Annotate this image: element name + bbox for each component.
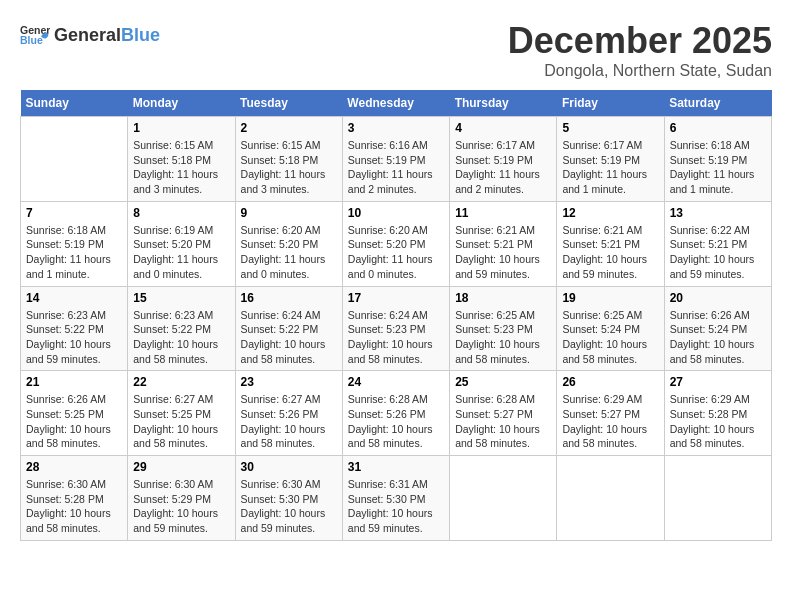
calendar-cell: 19Sunrise: 6:25 AM Sunset: 5:24 PM Dayli… — [557, 286, 664, 371]
day-number: 5 — [562, 121, 658, 135]
day-info: Sunrise: 6:23 AM Sunset: 5:22 PM Dayligh… — [133, 308, 229, 367]
day-number: 8 — [133, 206, 229, 220]
month-title: December 2025 — [508, 20, 772, 62]
logo-general: General — [54, 25, 121, 45]
calendar-cell: 26Sunrise: 6:29 AM Sunset: 5:27 PM Dayli… — [557, 371, 664, 456]
day-of-week-header: Monday — [128, 90, 235, 117]
page-header: General Blue GeneralBlue December 2025 D… — [20, 20, 772, 80]
calendar-cell: 28Sunrise: 6:30 AM Sunset: 5:28 PM Dayli… — [21, 456, 128, 541]
title-block: December 2025 Dongola, Northern State, S… — [508, 20, 772, 80]
calendar-cell: 13Sunrise: 6:22 AM Sunset: 5:21 PM Dayli… — [664, 201, 771, 286]
logo-text: GeneralBlue — [54, 26, 160, 44]
day-number: 28 — [26, 460, 122, 474]
day-number: 31 — [348, 460, 444, 474]
day-info: Sunrise: 6:23 AM Sunset: 5:22 PM Dayligh… — [26, 308, 122, 367]
day-number: 20 — [670, 291, 766, 305]
calendar-cell: 12Sunrise: 6:21 AM Sunset: 5:21 PM Dayli… — [557, 201, 664, 286]
day-number: 18 — [455, 291, 551, 305]
day-number: 15 — [133, 291, 229, 305]
day-info: Sunrise: 6:22 AM Sunset: 5:21 PM Dayligh… — [670, 223, 766, 282]
calendar-week-row: 7Sunrise: 6:18 AM Sunset: 5:19 PM Daylig… — [21, 201, 772, 286]
day-number: 1 — [133, 121, 229, 135]
calendar-cell: 10Sunrise: 6:20 AM Sunset: 5:20 PM Dayli… — [342, 201, 449, 286]
day-number: 2 — [241, 121, 337, 135]
day-info: Sunrise: 6:15 AM Sunset: 5:18 PM Dayligh… — [241, 138, 337, 197]
days-of-week-row: SundayMondayTuesdayWednesdayThursdayFrid… — [21, 90, 772, 117]
day-number: 14 — [26, 291, 122, 305]
day-number: 9 — [241, 206, 337, 220]
calendar-cell: 9Sunrise: 6:20 AM Sunset: 5:20 PM Daylig… — [235, 201, 342, 286]
day-info: Sunrise: 6:20 AM Sunset: 5:20 PM Dayligh… — [241, 223, 337, 282]
day-number: 12 — [562, 206, 658, 220]
calendar-cell: 7Sunrise: 6:18 AM Sunset: 5:19 PM Daylig… — [21, 201, 128, 286]
day-info: Sunrise: 6:21 AM Sunset: 5:21 PM Dayligh… — [455, 223, 551, 282]
calendar-cell: 30Sunrise: 6:30 AM Sunset: 5:30 PM Dayli… — [235, 456, 342, 541]
calendar-cell: 24Sunrise: 6:28 AM Sunset: 5:26 PM Dayli… — [342, 371, 449, 456]
day-number: 19 — [562, 291, 658, 305]
calendar-cell: 22Sunrise: 6:27 AM Sunset: 5:25 PM Dayli… — [128, 371, 235, 456]
logo-icon: General Blue — [20, 20, 50, 50]
day-number: 16 — [241, 291, 337, 305]
day-info: Sunrise: 6:27 AM Sunset: 5:25 PM Dayligh… — [133, 392, 229, 451]
calendar-cell: 25Sunrise: 6:28 AM Sunset: 5:27 PM Dayli… — [450, 371, 557, 456]
day-number: 6 — [670, 121, 766, 135]
day-info: Sunrise: 6:15 AM Sunset: 5:18 PM Dayligh… — [133, 138, 229, 197]
day-number: 29 — [133, 460, 229, 474]
calendar-cell: 21Sunrise: 6:26 AM Sunset: 5:25 PM Dayli… — [21, 371, 128, 456]
day-info: Sunrise: 6:20 AM Sunset: 5:20 PM Dayligh… — [348, 223, 444, 282]
day-number: 26 — [562, 375, 658, 389]
svg-text:Blue: Blue — [20, 34, 43, 46]
day-number: 24 — [348, 375, 444, 389]
calendar-cell: 2Sunrise: 6:15 AM Sunset: 5:18 PM Daylig… — [235, 117, 342, 202]
day-info: Sunrise: 6:26 AM Sunset: 5:25 PM Dayligh… — [26, 392, 122, 451]
day-info: Sunrise: 6:30 AM Sunset: 5:30 PM Dayligh… — [241, 477, 337, 536]
day-number: 11 — [455, 206, 551, 220]
day-info: Sunrise: 6:31 AM Sunset: 5:30 PM Dayligh… — [348, 477, 444, 536]
day-info: Sunrise: 6:29 AM Sunset: 5:28 PM Dayligh… — [670, 392, 766, 451]
calendar-cell: 6Sunrise: 6:18 AM Sunset: 5:19 PM Daylig… — [664, 117, 771, 202]
day-info: Sunrise: 6:25 AM Sunset: 5:24 PM Dayligh… — [562, 308, 658, 367]
logo-blue: Blue — [121, 25, 160, 45]
day-of-week-header: Tuesday — [235, 90, 342, 117]
calendar-cell: 17Sunrise: 6:24 AM Sunset: 5:23 PM Dayli… — [342, 286, 449, 371]
day-number: 17 — [348, 291, 444, 305]
day-info: Sunrise: 6:21 AM Sunset: 5:21 PM Dayligh… — [562, 223, 658, 282]
day-info: Sunrise: 6:28 AM Sunset: 5:26 PM Dayligh… — [348, 392, 444, 451]
day-number: 7 — [26, 206, 122, 220]
day-info: Sunrise: 6:18 AM Sunset: 5:19 PM Dayligh… — [26, 223, 122, 282]
calendar-cell: 14Sunrise: 6:23 AM Sunset: 5:22 PM Dayli… — [21, 286, 128, 371]
calendar-cell — [664, 456, 771, 541]
calendar-cell: 4Sunrise: 6:17 AM Sunset: 5:19 PM Daylig… — [450, 117, 557, 202]
day-number: 30 — [241, 460, 337, 474]
calendar-week-row: 28Sunrise: 6:30 AM Sunset: 5:28 PM Dayli… — [21, 456, 772, 541]
calendar-cell — [557, 456, 664, 541]
calendar-cell: 29Sunrise: 6:30 AM Sunset: 5:29 PM Dayli… — [128, 456, 235, 541]
day-info: Sunrise: 6:24 AM Sunset: 5:22 PM Dayligh… — [241, 308, 337, 367]
day-of-week-header: Wednesday — [342, 90, 449, 117]
day-info: Sunrise: 6:30 AM Sunset: 5:28 PM Dayligh… — [26, 477, 122, 536]
day-number: 23 — [241, 375, 337, 389]
day-number: 4 — [455, 121, 551, 135]
logo: General Blue GeneralBlue — [20, 20, 160, 50]
calendar-cell — [21, 117, 128, 202]
day-number: 22 — [133, 375, 229, 389]
day-info: Sunrise: 6:16 AM Sunset: 5:19 PM Dayligh… — [348, 138, 444, 197]
calendar-week-row: 14Sunrise: 6:23 AM Sunset: 5:22 PM Dayli… — [21, 286, 772, 371]
day-number: 10 — [348, 206, 444, 220]
day-of-week-header: Thursday — [450, 90, 557, 117]
calendar-cell: 1Sunrise: 6:15 AM Sunset: 5:18 PM Daylig… — [128, 117, 235, 202]
day-info: Sunrise: 6:24 AM Sunset: 5:23 PM Dayligh… — [348, 308, 444, 367]
day-info: Sunrise: 6:17 AM Sunset: 5:19 PM Dayligh… — [455, 138, 551, 197]
calendar-body: 1Sunrise: 6:15 AM Sunset: 5:18 PM Daylig… — [21, 117, 772, 541]
calendar-cell — [450, 456, 557, 541]
day-number: 25 — [455, 375, 551, 389]
calendar-cell: 20Sunrise: 6:26 AM Sunset: 5:24 PM Dayli… — [664, 286, 771, 371]
calendar-cell: 23Sunrise: 6:27 AM Sunset: 5:26 PM Dayli… — [235, 371, 342, 456]
day-info: Sunrise: 6:19 AM Sunset: 5:20 PM Dayligh… — [133, 223, 229, 282]
calendar-cell: 5Sunrise: 6:17 AM Sunset: 5:19 PM Daylig… — [557, 117, 664, 202]
calendar-week-row: 21Sunrise: 6:26 AM Sunset: 5:25 PM Dayli… — [21, 371, 772, 456]
day-number: 27 — [670, 375, 766, 389]
day-number: 13 — [670, 206, 766, 220]
day-of-week-header: Saturday — [664, 90, 771, 117]
calendar-week-row: 1Sunrise: 6:15 AM Sunset: 5:18 PM Daylig… — [21, 117, 772, 202]
